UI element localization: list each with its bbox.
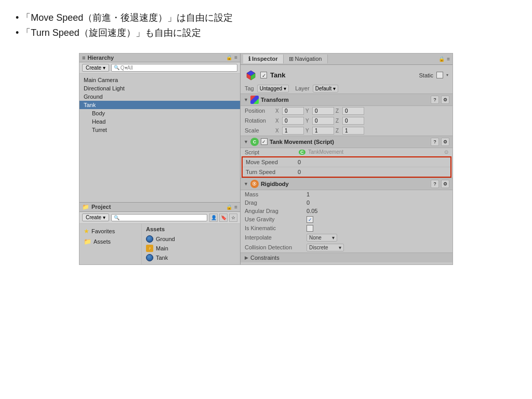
project-lock-icon[interactable]: 🔒 [226,204,232,210]
collision-dropdown[interactable]: Discrete ▾ [307,244,344,251]
project-icon-btn-3[interactable]: ☆ [229,214,237,222]
asset-item-main[interactable]: ♪ Main [146,244,236,253]
tag-layer-row: Tag Untagged ▾ Layer Default ▾ [241,84,453,94]
rot-y-label: Y [305,118,311,124]
tank-active-checkbox[interactable] [260,72,267,78]
tag-dropdown[interactable]: Untagged ▾ [257,85,289,92]
tank-name-label: Tank [270,71,416,79]
transform-settings-btn[interactable]: ⚙ [441,96,449,104]
tab-navigation[interactable]: ⊞ Navigation [284,55,328,63]
tank-globe-icon [146,254,153,261]
left-panel: ≡ Hierarchy 🔒 ≡ Create ▾ 🔍 Q▾All Main Ca… [79,54,241,264]
position-label: Position [245,108,273,114]
rigidbody-help-btn[interactable]: ? [431,180,439,188]
page-container: • 「Move Speed（前進・後退速度）」は自由に設定 • 「Turn Sp… [0,0,532,275]
static-checkbox[interactable] [436,72,443,78]
project-title: 📁 Project [82,204,111,210]
constraints-row[interactable]: ▶ Constraints [241,252,453,262]
menu-icon[interactable]: ≡ [234,55,237,60]
lock-icon[interactable]: 🔒 [226,55,232,60]
bullet-item-2: • 「Turn Speed（旋回速度）」も自由に設定 [16,25,516,41]
inspector-menu-icon[interactable]: ≡ [447,56,450,62]
project-icon-btn-2[interactable]: 🔖 [219,214,228,222]
project-icon-btn-1[interactable]: 👤 [209,214,218,222]
project-sidebar-favorites[interactable]: ★ Favorites [79,226,141,236]
static-dropdown-arrow[interactable]: ▾ [446,73,448,77]
use-gravity-checkbox[interactable] [307,216,313,223]
move-speed-label: Move Speed [246,159,298,165]
scale-y-label: Y [305,128,311,134]
hierarchy-item-body[interactable]: Body [79,109,240,117]
hierarchy-item-ground[interactable]: Ground [79,92,240,101]
project-sidebar-assets[interactable]: 📁 Assets [79,236,141,247]
hierarchy-item-turret[interactable]: Turret [79,126,240,134]
scale-label: Scale [245,127,273,134]
script-circle-icon[interactable]: ⊙ [444,149,448,155]
project-folder-icon: 📁 [82,204,89,210]
hierarchy-item-main-camera[interactable]: Main Camera [79,76,240,84]
hierarchy-item-tank[interactable]: Tank [79,101,240,109]
unity-editor: ≡ Hierarchy 🔒 ≡ Create ▾ 🔍 Q▾All Main Ca… [79,53,453,265]
tank-movement-actions: ? ⚙ [431,138,449,146]
drag-value: 0 [307,200,310,206]
angular-drag-row: Angular Drag 0.05 [241,207,453,215]
angular-drag-label: Angular Drag [245,208,304,214]
rigidbody-title: Rigidbody [261,181,429,187]
interpolate-dropdown-arrow: ▾ [332,235,335,241]
project-search-icon: 🔍 [114,215,119,220]
rotation-y-field[interactable] [312,117,334,125]
transform-help-btn[interactable]: ? [431,96,439,104]
rotation-x-field[interactable] [282,117,304,125]
project-create-button[interactable]: Create ▾ [82,214,109,221]
hierarchy-item-directional-light[interactable]: Directional Light [79,84,240,92]
project-toolbar-icons: 👤 🔖 ☆ [209,214,237,222]
asset-item-ground[interactable]: Ground [146,234,236,244]
pos-y-label: Y [305,108,311,114]
rigidbody-settings-btn[interactable]: ⚙ [441,180,449,188]
interpolate-dropdown[interactable]: None ▾ [307,234,337,242]
scale-z-field[interactable] [342,127,364,135]
hierarchy-search-text[interactable]: Q▾All [121,65,133,71]
hierarchy-item-head[interactable]: Head [79,117,240,126]
scale-x-field[interactable] [282,127,304,135]
hierarchy-create-button[interactable]: Create ▾ [82,64,109,72]
tank-movement-settings-btn[interactable]: ⚙ [441,138,449,146]
project-menu-icon[interactable]: ≡ [234,204,237,210]
transform-section-header[interactable]: ▼ Transform ? ⚙ [241,94,453,106]
position-z-field[interactable]: 0 [342,107,364,115]
inspector-body: Tank Static ▾ Tag Untagged ▾ Layer Defau… [241,65,453,264]
position-y-field[interactable]: 0 [312,107,334,115]
rotation-z-field[interactable] [342,117,364,125]
is-kinematic-checkbox[interactable] [307,225,313,232]
drag-row: Drag 0 [241,198,453,207]
transform-position-row: Position X 0 Y 0 Z 0 [241,106,453,116]
transform-actions: ? ⚙ [431,96,449,104]
asset-item-tank[interactable]: Tank [146,253,236,262]
mass-value: 1 [307,191,310,197]
script-label: Script [245,149,297,155]
constraints-triangle-icon: ▶ [245,255,248,260]
scale-coords: X Y Z [275,127,448,135]
hierarchy-items-list: Main Camera Directional Light Ground Tan… [79,74,240,202]
rigidbody-section-header[interactable]: ▼ ⦿ Rigidbody ? ⚙ [241,178,453,190]
project-header: 📁 Project 🔒 ≡ [79,203,240,212]
script-value: C TankMovement [299,149,343,155]
inspector-lock-icon[interactable]: 🔒 [438,56,445,62]
favorites-star-icon: ★ [84,228,89,235]
layer-dropdown[interactable]: Default ▾ [313,85,339,92]
bullet-points: • 「Move Speed（前進・後退速度）」は自由に設定 • 「Turn Sp… [16,10,516,41]
main-sound-icon: ♪ [146,245,153,252]
right-panel: ℹ Inspector ⊞ Navigation 🔒 ≡ [241,54,453,264]
tank-movement-help-btn[interactable]: ? [431,138,439,146]
inspector-tabs: ℹ Inspector ⊞ Navigation [243,55,328,63]
use-gravity-label: Use Gravity [245,216,304,222]
scale-z-label: Z [336,128,341,134]
tab-inspector[interactable]: ℹ Inspector [243,55,284,63]
transform-rotation-row: Rotation X Y Z [241,116,453,126]
tank-movement-section-header[interactable]: ▼ C Tank Movement (Script) ? ⚙ [241,136,453,148]
transform-icon [250,96,259,104]
position-x-field[interactable]: 0 [282,107,304,115]
project-search-box[interactable]: 🔍 [111,214,207,221]
scale-y-field[interactable] [312,127,334,135]
tank-movement-enabled-checkbox[interactable] [261,138,268,145]
